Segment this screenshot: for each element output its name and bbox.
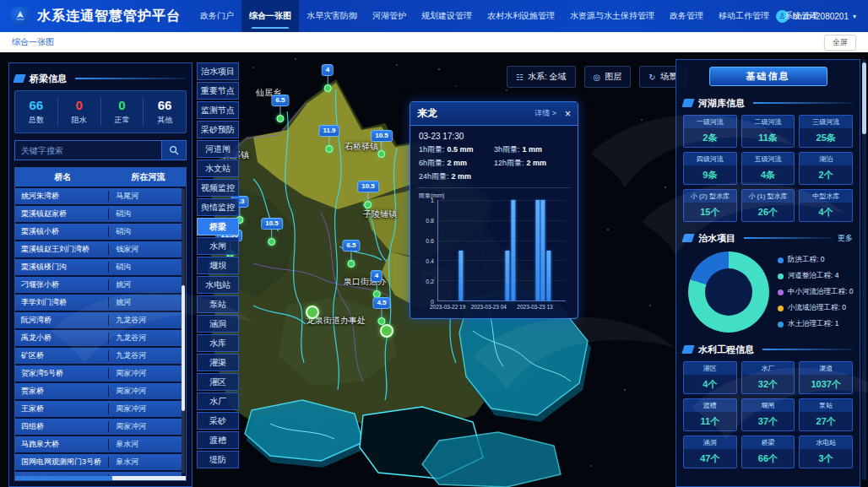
- breadcrumb[interactable]: 综合一张图: [12, 36, 54, 48]
- marker-value: 4: [371, 270, 382, 282]
- map-marker[interactable]: 10.5: [357, 181, 379, 208]
- table-row[interactable]: 禹龙小桥 九龙谷河: [15, 330, 182, 346]
- nav-item[interactable]: 综合一张图: [241, 0, 299, 32]
- table-row[interactable]: 阮河湾桥 九龙谷河: [15, 312, 182, 328]
- nav-item[interactable]: 规划建设管理: [414, 0, 480, 32]
- table-row[interactable]: 矿区桥 九龙谷河: [15, 348, 182, 364]
- table-row[interactable]: 栗溪镇小桥 硝沟: [15, 224, 182, 240]
- map-marker[interactable]: 6.5: [342, 240, 360, 268]
- table-row[interactable]: 马跑泉大桥 泉水河: [15, 436, 182, 452]
- table-row[interactable]: 李学刘门湾桥 姚河: [15, 295, 182, 311]
- nav-item[interactable]: 农村水利设施管理: [480, 0, 562, 32]
- scrollbar-thumb[interactable]: [182, 285, 185, 411]
- table-row[interactable]: 姚河朱湾桥 马尾河: [15, 188, 182, 204]
- layer-menu-item[interactable]: 监测节点: [197, 101, 239, 119]
- layer-menu-item[interactable]: 采砂预防: [197, 121, 239, 138]
- close-icon[interactable]: ×: [565, 108, 571, 120]
- layer-menu-item[interactable]: 水文站: [197, 160, 239, 177]
- layer-menu-item[interactable]: 水闸: [197, 237, 239, 255]
- layer-menu-item[interactable]: 河道闸: [197, 140, 239, 158]
- layer-menu-item[interactable]: 泵站: [197, 295, 239, 313]
- info-card[interactable]: 三级河流 25条: [799, 115, 853, 148]
- layer-menu-item[interactable]: 灌区: [197, 373, 239, 391]
- layer-menu-item[interactable]: 灌渠: [197, 354, 239, 371]
- nav-item[interactable]: 水资源与水土保持管理: [562, 0, 662, 32]
- layer-menu-item[interactable]: 舆情监控: [197, 198, 239, 216]
- info-card[interactable]: 涵洞 47个: [683, 436, 737, 468]
- table-row[interactable]: 刁堰张小桥 姚河: [15, 277, 182, 293]
- info-card[interactable]: 桥梁 66个: [741, 436, 795, 468]
- info-card[interactable]: 五级河流 4条: [741, 152, 795, 185]
- table-row[interactable]: 栗溪镇赵王刘门湾桥 钱家河: [15, 241, 182, 257]
- nav-item[interactable]: 移动工作管理: [711, 0, 777, 32]
- nav-item[interactable]: 河湖管护: [365, 0, 414, 32]
- table-row[interactable]: 王家桥 周家冲河: [15, 401, 182, 417]
- fullscreen-button[interactable]: 全屏: [824, 35, 856, 51]
- page-scrollbar[interactable]: [862, 59, 866, 480]
- map-control-button[interactable]: ☷ 水系: 全域: [507, 66, 576, 88]
- info-card[interactable]: 一级河流 2条: [683, 115, 737, 148]
- map-control-label: 图层: [605, 71, 621, 83]
- app-title: 水系连通智慧管护平台: [37, 8, 181, 25]
- bridge-stat: 0 阻水: [58, 98, 101, 126]
- info-card[interactable]: 渡槽 11个: [683, 398, 737, 431]
- search-input[interactable]: [14, 140, 161, 160]
- map-marker[interactable]: 6.5: [271, 95, 289, 122]
- layer-menu-item[interactable]: 水电站: [197, 276, 239, 294]
- table-row[interactable]: 贺家湾5号桥 周家冲河: [15, 365, 182, 381]
- nav-item[interactable]: 水旱灾害防御: [299, 0, 365, 32]
- marker-stem: [327, 76, 328, 84]
- info-card[interactable]: 四级河流 9条: [683, 152, 737, 185]
- layer-menu-item[interactable]: 堤防: [197, 451, 239, 468]
- scrollbar-thumb[interactable]: [15, 476, 112, 480]
- info-card[interactable]: 二级河流 11条: [741, 115, 795, 148]
- layer-menu-item[interactable]: 渡槽: [197, 431, 239, 449]
- marker-dot: [348, 260, 355, 268]
- info-card[interactable]: 小 (1) 型水库 26个: [741, 189, 795, 222]
- layer-menu-item[interactable]: 涵洞: [197, 315, 239, 333]
- info-card[interactable]: 小 (2) 型水库 15个: [683, 189, 737, 222]
- nav-item[interactable]: 政务管理: [662, 0, 711, 32]
- map-marker[interactable]: 10.5: [371, 130, 393, 158]
- map-marker[interactable]: 10.5: [261, 218, 283, 246]
- info-card[interactable]: 堰闸 37个: [741, 398, 795, 431]
- info-card[interactable]: 湖泊 2个: [799, 152, 853, 185]
- info-card[interactable]: 水厂 32个: [741, 361, 795, 394]
- info-card[interactable]: 中型水库 4个: [799, 189, 853, 222]
- layer-menu-item[interactable]: 水库: [197, 334, 239, 352]
- scrollbar-thumb[interactable]: [862, 62, 866, 134]
- layer-menu-item[interactable]: 堰坝: [197, 257, 239, 274]
- station-icon[interactable]: [380, 324, 393, 338]
- table-row[interactable]: 栗溪镇楼门沟 硝沟: [15, 259, 182, 275]
- info-card[interactable]: 泵站 27个: [799, 398, 853, 431]
- layer-menu-item[interactable]: 水厂: [197, 392, 239, 410]
- table-vertical-scrollbar[interactable]: [182, 188, 185, 473]
- popup-detail-link[interactable]: 详情 >: [534, 108, 556, 119]
- layer-menu-item[interactable]: 治水项目: [197, 62, 239, 80]
- layer-menu-item[interactable]: 重要节点: [197, 82, 239, 100]
- info-card[interactable]: 渠道 1037个: [799, 361, 853, 394]
- table-row[interactable]: 国网电网观测闸门3号桥 泉水河: [15, 454, 182, 470]
- station-icon[interactable]: [306, 306, 319, 319]
- nav-item[interactable]: 政务门户: [193, 0, 241, 32]
- search-button[interactable]: [161, 140, 187, 160]
- table-horizontal-scrollbar[interactable]: [15, 476, 186, 480]
- map-marker[interactable]: 11.9: [318, 125, 339, 153]
- info-card[interactable]: 灌区 4个: [683, 361, 737, 394]
- map-control-button[interactable]: ◎ 图层: [584, 66, 632, 88]
- layer-menu-item[interactable]: 视频监控: [197, 179, 239, 197]
- nav-item[interactable]: 系统管理: [777, 0, 826, 32]
- map-marker[interactable]: 4: [322, 64, 334, 92]
- info-card[interactable]: 水电站 3个: [799, 436, 853, 468]
- more-link[interactable]: 更多: [838, 233, 853, 244]
- basic-info-button[interactable]: 基础信息: [709, 67, 827, 86]
- table-row[interactable]: 栗溪镇赵家桥 硝沟: [15, 206, 182, 222]
- map-main: 仙居乡栗溪镇石桥驿镇子陵铺镇泉口街道办龙泉街道办事处 4 6.5 11.9 10…: [0, 52, 868, 487]
- map-marker[interactable]: 4.5: [372, 297, 390, 325]
- table-row[interactable]: 四组桥 周家冲河: [15, 419, 182, 435]
- layer-menu-item[interactable]: 桥梁: [197, 218, 239, 235]
- layer-menu-item[interactable]: 采砂: [197, 412, 239, 430]
- table-row[interactable]: 贾家桥 周家冲河: [15, 383, 182, 399]
- rain-bar: [540, 200, 545, 300]
- map-marker[interactable]: 4: [371, 270, 382, 298]
